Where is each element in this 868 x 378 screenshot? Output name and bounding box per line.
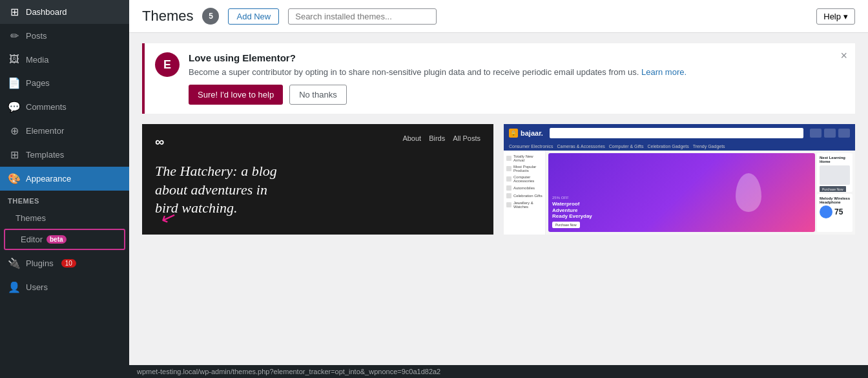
bajaar-sidebar-item-5: Celebration Gifts bbox=[506, 192, 542, 200]
pages-icon: 📄 bbox=[8, 77, 21, 89]
no-thanks-button[interactable]: No thanks bbox=[289, 85, 347, 105]
sidebar-item-pages[interactable]: 📄 Pages bbox=[0, 71, 129, 95]
bajaar-preview: 🔒 bajaar. Consumer Electronics Cameras &… bbox=[504, 124, 855, 235]
page-title: Themes bbox=[142, 8, 193, 25]
hatchery-nav-links: About Birds All Posts bbox=[402, 134, 480, 149]
sidebar-item-comments[interactable]: 💬 Comments bbox=[0, 95, 129, 119]
elementor-notice: E Love using Elementor? Become a super c… bbox=[142, 43, 855, 114]
bajaar-body: Totally New Arrival Most Popular Product… bbox=[504, 151, 855, 235]
sidebar-item-elementor[interactable]: ⊕ Elementor bbox=[0, 119, 129, 143]
users-icon: 👤 bbox=[8, 281, 21, 293]
bajaar-sidebar-item-2: Most Popular Products bbox=[506, 163, 542, 174]
bajaar-nav-icons bbox=[810, 129, 850, 138]
bajaar-sidebar-item: Totally New Arrival bbox=[506, 153, 542, 163]
search-input[interactable] bbox=[288, 8, 437, 25]
notice-close-button[interactable]: × bbox=[840, 50, 847, 61]
statusbar: wpmet-testing.local/wp-admin/themes.php?… bbox=[129, 365, 868, 378]
content-area: E Love using Elementor? Become a super c… bbox=[129, 33, 868, 365]
hatchery-logo: ∞ bbox=[155, 134, 164, 149]
sidebar-item-dashboard[interactable]: ⊞ Dashboard bbox=[0, 0, 129, 24]
hatchery-preview: ∞ About Birds All Posts The Hatchery: a … bbox=[142, 124, 493, 235]
bajaar-sidebar: Totally New Arrival Most Popular Product… bbox=[504, 151, 546, 235]
add-new-button[interactable]: Add New bbox=[228, 8, 279, 25]
bajaar-categories: Consumer Electronics Cameras & Accessori… bbox=[504, 142, 855, 151]
dashboard-icon: ⊞ bbox=[8, 6, 21, 18]
sidebar-item-templates[interactable]: ⊞ Templates bbox=[0, 143, 129, 167]
theme-card-bajaar[interactable]: 🔒 bajaar. Consumer Electronics Cameras &… bbox=[504, 124, 855, 235]
theme-count-badge: 5 bbox=[202, 8, 219, 25]
bajaar-sidebar-item-6: Jewellery & Watches bbox=[506, 200, 542, 210]
media-icon: 🖼 bbox=[8, 54, 21, 65]
notice-content: Love using Elementor? Become a super con… bbox=[189, 52, 687, 105]
hatchery-text: The Hatchery: a blogabout adventures inb… bbox=[155, 162, 480, 218]
submenu-header: Themes bbox=[0, 193, 129, 209]
themes-grid: ∞ About Birds All Posts The Hatchery: a … bbox=[142, 124, 855, 235]
posts-icon: ✏ bbox=[8, 30, 21, 42]
help-button[interactable]: Help ▾ bbox=[816, 8, 855, 25]
bajaar-nav-icon bbox=[810, 129, 822, 138]
main-area: Themes 5 Add New Help ▾ E Love using Ele… bbox=[129, 0, 868, 378]
chevron-down-icon: ▾ bbox=[843, 12, 848, 21]
notice-title: Love using Elementor? bbox=[189, 52, 687, 63]
plugins-icon: 🔌 bbox=[8, 257, 21, 269]
sidebar-item-plugins[interactable]: 🔌 Plugins 10 bbox=[0, 251, 129, 275]
bajaar-logo: 🔒 bajaar. bbox=[509, 129, 543, 138]
status-url: wpmet-testing.local/wp-admin/themes.php?… bbox=[137, 368, 440, 375]
hatchery-nav: ∞ About Birds All Posts bbox=[155, 134, 480, 149]
sidebar-subitem-editor[interactable]: Editor beta bbox=[4, 229, 125, 250]
notice-description: Become a super contributor by opting in … bbox=[189, 67, 687, 77]
sidebar: ⊞ Dashboard ✏ Posts 🖼 Media 📄 Pages 💬 Co… bbox=[0, 0, 129, 378]
learn-more-link[interactable]: Learn more. bbox=[641, 67, 687, 77]
sidebar-item-appearance[interactable]: 🎨 Appearance bbox=[0, 167, 129, 191]
comments-icon: 💬 bbox=[8, 101, 21, 113]
bajaar-logo-icon: 🔒 bbox=[509, 129, 518, 138]
sidebar-item-media[interactable]: 🖼 Media bbox=[0, 48, 129, 71]
elementor-icon: ⊕ bbox=[8, 125, 21, 137]
bajaar-sidebar-item-4: Automobiles bbox=[506, 184, 542, 192]
sidebar-subitem-themes[interactable]: Themes bbox=[0, 209, 129, 227]
bajaar-hero: 25% OFF WaterproofAdventureReady Everyda… bbox=[548, 153, 815, 232]
bajaar-search-bar bbox=[550, 128, 803, 138]
sure-help-button[interactable]: Sure! I'd love to help bbox=[189, 85, 283, 105]
bajaar-right-col: Nest Learning Home Purchase Now Melody W… bbox=[817, 153, 852, 232]
sidebar-item-posts[interactable]: ✏ Posts bbox=[0, 24, 129, 48]
bajaar-main-content: 25% OFF WaterproofAdventureReady Everyda… bbox=[546, 151, 855, 235]
bajaar-nav-icon-3 bbox=[838, 129, 850, 138]
beta-badge: beta bbox=[46, 235, 67, 244]
elementor-logo-icon: E bbox=[155, 52, 180, 77]
bajaar-sidebar-item-3: Computer Accessories bbox=[506, 174, 542, 184]
bajaar-purchase-btn: Purchase Now bbox=[552, 222, 580, 228]
theme-card-hatchery[interactable]: ∞ About Birds All Posts The Hatchery: a … bbox=[142, 124, 493, 235]
bajaar-nav-icon-2 bbox=[824, 129, 836, 138]
bajaar-card-nest: Nest Learning Home Purchase Now bbox=[817, 153, 852, 192]
topbar: Themes 5 Add New Help ▾ bbox=[129, 0, 868, 33]
notice-actions: Sure! I'd love to help No thanks bbox=[189, 85, 687, 105]
appearance-icon: 🎨 bbox=[8, 173, 21, 185]
plugins-badge: 10 bbox=[61, 259, 76, 268]
bajaar-card-melody: Melody Wireless Headphone 75 bbox=[817, 194, 852, 233]
bajaar-header: 🔒 bajaar. bbox=[504, 124, 855, 142]
templates-icon: ⊞ bbox=[8, 149, 21, 161]
sidebar-item-users[interactable]: 👤 Users bbox=[0, 275, 129, 299]
bajaar-logo-text: bajaar. bbox=[521, 129, 543, 137]
